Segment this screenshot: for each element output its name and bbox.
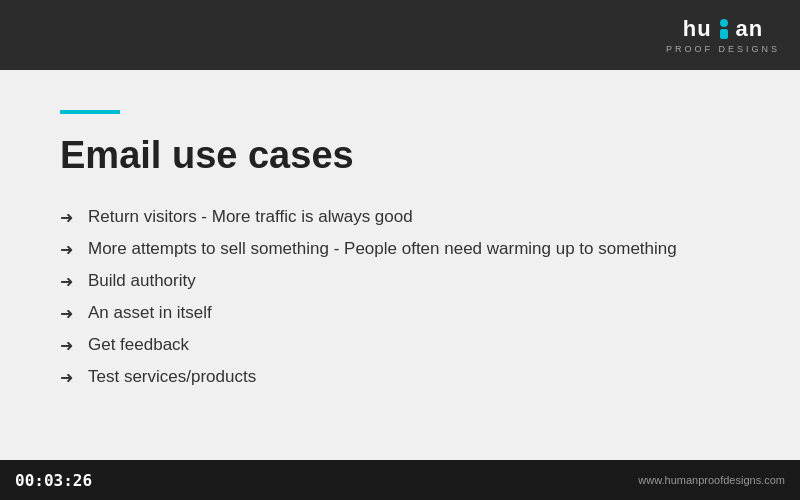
arrow-icon-4: ➜ [60, 304, 73, 323]
top-bar: hu an PROOF DESIGNS [0, 0, 800, 70]
list-item: ➜ Build authority [60, 271, 740, 291]
bullet-text-1: Return visitors - More traffic is always… [88, 207, 413, 227]
timestamp: 00:03:26 [15, 471, 92, 490]
svg-point-0 [720, 19, 728, 27]
logo-subtitle: PROOF DESIGNS [666, 44, 780, 54]
arrow-icon-6: ➜ [60, 368, 73, 387]
list-item: ➜ More attempts to sell something - Peop… [60, 239, 740, 259]
slide-title: Email use cases [60, 134, 740, 177]
list-item: ➜ An asset in itself [60, 303, 740, 323]
bullet-text-2: More attempts to sell something - People… [88, 239, 677, 259]
logo-container: hu an PROOF DESIGNS [666, 16, 780, 54]
bottom-bar: 00:03:26 www.humanproofdesigns.com [0, 460, 800, 500]
bullet-text-6: Test services/products [88, 367, 256, 387]
logo-text-left: hu [683, 16, 712, 42]
list-item: ➜ Return visitors - More traffic is alwa… [60, 207, 740, 227]
human-logo: hu an [683, 16, 764, 42]
arrow-icon-3: ➜ [60, 272, 73, 291]
bullet-text-5: Get feedback [88, 335, 189, 355]
accent-line [60, 110, 120, 114]
arrow-icon-5: ➜ [60, 336, 73, 355]
slide-content: Email use cases ➜ Return visitors - More… [0, 70, 800, 460]
list-item: ➜ Get feedback [60, 335, 740, 355]
svg-rect-1 [720, 29, 728, 39]
bullet-text-3: Build authority [88, 271, 196, 291]
bullet-text-4: An asset in itself [88, 303, 212, 323]
person-icon [715, 18, 733, 40]
logo-text-right: an [736, 16, 764, 42]
arrow-icon-2: ➜ [60, 240, 73, 259]
bullet-list: ➜ Return visitors - More traffic is alwa… [60, 207, 740, 387]
screen: hu an PROOF DESIGNS Email use cases ➜ Re… [0, 0, 800, 500]
arrow-icon-1: ➜ [60, 208, 73, 227]
website-url: www.humanproofdesigns.com [638, 474, 785, 486]
list-item: ➜ Test services/products [60, 367, 740, 387]
